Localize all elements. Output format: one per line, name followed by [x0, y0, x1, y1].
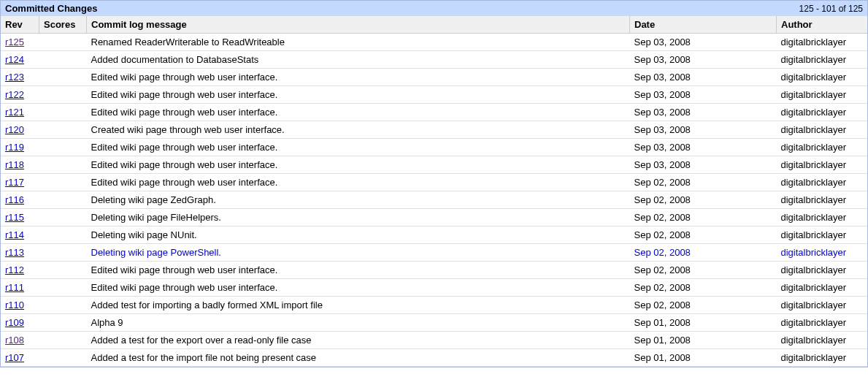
cell-commit-message: Edited wiki page through web user interf…: [87, 139, 630, 156]
cell-commit-message: Created wiki page through web user inter…: [87, 121, 630, 139]
cell-rev: r108: [1, 332, 39, 349]
cell-author: digitalbricklayer: [777, 34, 868, 51]
rev-link[interactable]: r115: [5, 212, 24, 223]
cell-author: digitalbricklayer: [777, 226, 868, 244]
cell-scores: [39, 279, 87, 297]
cell-date: Sep 03, 2008: [630, 34, 777, 51]
cell-author: digitalbricklayer: [777, 244, 868, 262]
cell-scores: [39, 209, 87, 226]
col-header-rev[interactable]: Rev: [1, 16, 39, 34]
cell-rev: r124: [1, 51, 39, 69]
cell-commit-message: Renamed ReaderWriterable to ReadWriteabl…: [87, 34, 630, 51]
cell-date: Sep 02, 2008: [630, 209, 777, 226]
table-row[interactable]: r110Added test for importing a badly for…: [1, 297, 867, 314]
table-row[interactable]: r122Edited wiki page through web user in…: [1, 86, 867, 104]
cell-scores: [39, 86, 87, 104]
cell-author: digitalbricklayer: [777, 139, 868, 156]
cell-commit-message: Edited wiki page through web user interf…: [87, 279, 630, 297]
rev-link[interactable]: r122: [5, 89, 24, 100]
cell-scores: [39, 349, 87, 367]
rev-link[interactable]: r111: [5, 282, 24, 293]
rev-link[interactable]: r109: [5, 317, 24, 328]
cell-scores: [39, 191, 87, 209]
cell-scores: [39, 139, 87, 156]
table-row[interactable]: r107Added a test for the import file not…: [1, 349, 867, 367]
rev-link[interactable]: r123: [5, 72, 24, 83]
table-row[interactable]: r116Deleting wiki page ZedGraph.Sep 02, …: [1, 191, 867, 209]
table-row[interactable]: r111Edited wiki page through web user in…: [1, 279, 867, 297]
table-row[interactable]: r117Edited wiki page through web user in…: [1, 174, 867, 191]
col-header-author[interactable]: Author: [777, 16, 868, 34]
cell-scores: [39, 104, 87, 121]
rev-link[interactable]: r116: [5, 194, 24, 205]
col-header-date[interactable]: Date: [630, 16, 777, 34]
cell-author: digitalbricklayer: [777, 262, 868, 279]
table-row[interactable]: r121Edited wiki page through web user in…: [1, 104, 867, 121]
cell-date: Sep 03, 2008: [630, 139, 777, 156]
cell-author: digitalbricklayer: [777, 104, 868, 121]
cell-author: digitalbricklayer: [777, 297, 868, 314]
col-header-msg[interactable]: Commit log message: [87, 16, 630, 34]
cell-commit-message: Deleting wiki page FileHelpers.: [87, 209, 630, 226]
cell-rev: r114: [1, 226, 39, 244]
cell-date: Sep 03, 2008: [630, 121, 777, 139]
cell-rev: r111: [1, 279, 39, 297]
panel-range: 125 - 101 of 125: [799, 4, 863, 14]
table-row[interactable]: r120Created wiki page through web user i…: [1, 121, 867, 139]
cell-date: Sep 03, 2008: [630, 69, 777, 86]
cell-commit-message: Added documentation to DatabaseStats: [87, 51, 630, 69]
panel-title: Committed Changes: [5, 3, 97, 14]
cell-date: Sep 01, 2008: [630, 332, 777, 349]
cell-author: digitalbricklayer: [777, 314, 868, 332]
rev-link[interactable]: r113: [5, 247, 24, 258]
cell-author: digitalbricklayer: [777, 349, 868, 367]
cell-commit-message: Deleting wiki page PowerShell.: [87, 244, 630, 262]
table-row[interactable]: r108Added a test for the export over a r…: [1, 332, 867, 349]
panel-header: Committed Changes 125 - 101 of 125: [1, 1, 867, 16]
cell-date: Sep 03, 2008: [630, 156, 777, 174]
rev-link[interactable]: r125: [5, 37, 24, 47]
rev-link[interactable]: r107: [5, 352, 24, 363]
table-row[interactable]: r118Edited wiki page through web user in…: [1, 156, 867, 174]
cell-date: Sep 03, 2008: [630, 86, 777, 104]
table-row[interactable]: r115Deleting wiki page FileHelpers.Sep 0…: [1, 209, 867, 226]
changes-table: Rev Scores Commit log message Date Autho…: [1, 16, 867, 367]
rev-link[interactable]: r112: [5, 264, 24, 275]
table-row[interactable]: r123Edited wiki page through web user in…: [1, 69, 867, 86]
table-row[interactable]: r119Edited wiki page through web user in…: [1, 139, 867, 156]
table-row[interactable]: r114Deleting wiki page NUnit.Sep 02, 200…: [1, 226, 867, 244]
cell-date: Sep 02, 2008: [630, 191, 777, 209]
cell-commit-message: Deleting wiki page NUnit.: [87, 226, 630, 244]
col-header-scores[interactable]: Scores: [39, 16, 87, 34]
cell-author: digitalbricklayer: [777, 156, 868, 174]
cell-commit-message: Edited wiki page through web user interf…: [87, 86, 630, 104]
rev-link[interactable]: r117: [5, 177, 24, 188]
table-row[interactable]: r112Edited wiki page through web user in…: [1, 262, 867, 279]
rev-link[interactable]: r118: [5, 159, 24, 170]
rev-link[interactable]: r119: [5, 142, 24, 153]
rev-link[interactable]: r121: [5, 107, 24, 118]
table-row[interactable]: r124Added documentation to DatabaseStats…: [1, 51, 867, 69]
cell-rev: r115: [1, 209, 39, 226]
cell-rev: r125: [1, 34, 39, 51]
table-row[interactable]: r125Renamed ReaderWriterable to ReadWrit…: [1, 34, 867, 51]
cell-scores: [39, 121, 87, 139]
cell-date: Sep 03, 2008: [630, 51, 777, 69]
cell-scores: [39, 156, 87, 174]
cell-rev: r109: [1, 314, 39, 332]
table-row[interactable]: r109Alpha 9Sep 01, 2008digitalbricklayer: [1, 314, 867, 332]
cell-commit-message: Deleting wiki page ZedGraph.: [87, 191, 630, 209]
rev-link[interactable]: r114: [5, 229, 24, 240]
rev-link[interactable]: r124: [5, 54, 24, 65]
cell-author: digitalbricklayer: [777, 332, 868, 349]
rev-link[interactable]: r108: [5, 335, 24, 346]
cell-scores: [39, 51, 87, 69]
cell-author: digitalbricklayer: [777, 86, 868, 104]
cell-date: Sep 02, 2008: [630, 174, 777, 191]
cell-commit-message: Edited wiki page through web user interf…: [87, 174, 630, 191]
table-row[interactable]: r113Deleting wiki page PowerShell.Sep 02…: [1, 244, 867, 262]
cell-author: digitalbricklayer: [777, 121, 868, 139]
rev-link[interactable]: r120: [5, 124, 24, 135]
cell-commit-message: Edited wiki page through web user interf…: [87, 104, 630, 121]
rev-link[interactable]: r110: [5, 300, 24, 310]
